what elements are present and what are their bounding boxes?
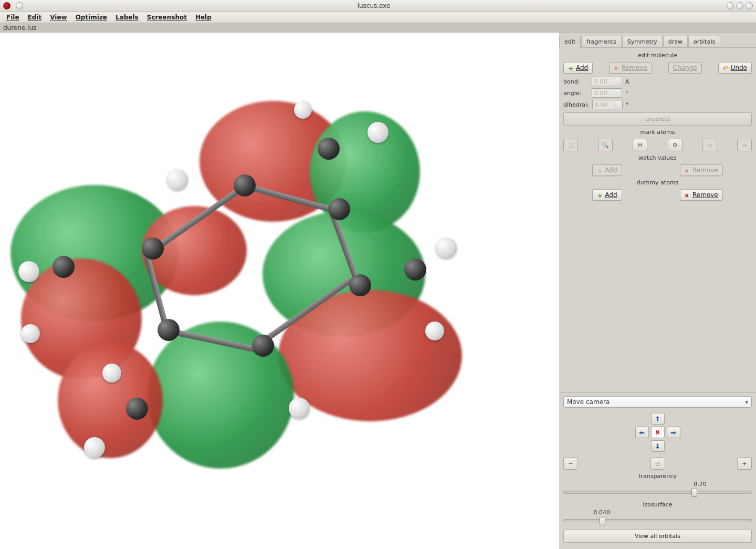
menu-optimize[interactable]: Optimize — [71, 13, 111, 22]
transparency-thumb[interactable] — [691, 489, 697, 497]
isosurface-value: 0.040 — [563, 509, 752, 516]
open-file-label[interactable]: durene.lus — [3, 24, 36, 32]
change-button: Change — [668, 62, 702, 74]
zoom-fit-button[interactable]: ⊡ — [650, 457, 665, 470]
x-icon — [614, 65, 620, 71]
mark-atoms-label: mark atoms — [563, 129, 752, 136]
menu-edit[interactable]: Edit — [24, 13, 46, 22]
isosurface-slider[interactable] — [563, 519, 752, 522]
menu-help[interactable]: Help — [191, 13, 216, 22]
viewport-3d[interactable] — [0, 33, 559, 549]
view-all-orbitals-button[interactable]: View all orbitals — [563, 530, 752, 543]
add-button[interactable]: Add — [563, 62, 593, 74]
molecule-render — [0, 33, 559, 549]
transparency-label: transparency — [563, 473, 752, 480]
dihedral-input: 0.00 — [592, 100, 623, 109]
dummy-remove-button[interactable]: Remove — [680, 189, 723, 201]
tab-symmetry[interactable]: Symmetry — [622, 36, 663, 47]
mark-h-button[interactable]: H — [633, 139, 647, 151]
close-button[interactable] — [746, 2, 753, 9]
navigation-pad: ⬆ ⬅ ✖ ➡ ⬇ — [563, 413, 752, 452]
isosurface-label: isosurface — [563, 501, 752, 508]
angle-label: angle: — [563, 90, 589, 97]
window-button[interactable] — [16, 2, 23, 9]
zoom-in-button[interactable]: + — [737, 457, 752, 470]
maximize-button[interactable] — [736, 2, 743, 9]
zoom-out-button[interactable]: − — [563, 457, 578, 470]
mark-btn-6: ↔ — [737, 139, 752, 151]
camera-mode-dropdown[interactable]: Move camera — [563, 396, 752, 408]
window-title: luscus.exe — [23, 2, 724, 9]
camera-panel: Move camera ⬆ ⬅ ✖ ➡ ⬇ − ⊡ + transparency… — [559, 392, 756, 549]
mark-btn-5: ▭ — [702, 139, 717, 151]
nav-up[interactable]: ⬆ — [651, 413, 665, 424]
angle-unit: ° — [625, 90, 628, 97]
menubar: File Edit View Optimize Labels Screensho… — [0, 12, 756, 23]
dihedral-unit: ° — [626, 101, 629, 108]
undo-button[interactable]: Undo — [718, 62, 752, 74]
menu-view[interactable]: View — [46, 13, 71, 22]
mark-btn-1: ◻ — [563, 139, 578, 151]
bond-label: bond: — [563, 78, 589, 85]
menu-file[interactable]: File — [2, 13, 24, 22]
mark-btn-2: 🔍 — [598, 139, 613, 151]
dihedral-label: dihedral: — [563, 101, 589, 108]
x-icon — [685, 167, 691, 173]
bond-input: 0.00 — [592, 77, 622, 86]
sidebar: edit fragments Symmetry draw orbitals ed… — [559, 33, 756, 549]
plus-icon — [597, 192, 603, 198]
angle-input: 0.00 — [592, 88, 622, 98]
undo-icon — [723, 65, 729, 71]
dummy-add-button[interactable]: Add — [592, 189, 622, 201]
tab-edit[interactable]: edit — [559, 36, 581, 48]
unselect-button: unselect — [563, 112, 752, 126]
tab-strip: edit fragments Symmetry draw orbitals — [559, 33, 756, 48]
plus-icon — [568, 65, 574, 71]
plus-icon — [597, 167, 603, 173]
remove-button: Remove — [609, 62, 652, 74]
menu-labels[interactable]: Labels — [111, 13, 143, 22]
nav-left[interactable]: ⬅ — [635, 427, 649, 438]
mark-camera-button[interactable]: ⚙ — [668, 139, 682, 151]
file-tab-bar: durene.lus — [0, 23, 756, 33]
transparency-slider[interactable] — [563, 491, 752, 494]
isosurface-thumb[interactable] — [600, 517, 605, 525]
minimize-button[interactable] — [727, 2, 734, 9]
bond-unit: A — [625, 78, 629, 85]
watch-values-label: watch values — [563, 154, 752, 161]
nav-center[interactable]: ✖ — [651, 427, 665, 438]
menu-screenshot[interactable]: Screenshot — [143, 13, 191, 22]
watch-add-button: Add — [592, 164, 622, 176]
panel-title: edit molecule — [563, 52, 752, 59]
nav-down[interactable]: ⬇ — [651, 440, 665, 452]
watch-remove-button: Remove — [680, 164, 723, 176]
nav-right[interactable]: ➡ — [667, 427, 680, 438]
transparency-value: 0.70 — [563, 481, 752, 488]
tab-draw[interactable]: draw — [663, 36, 688, 47]
tab-orbitals[interactable]: orbitals — [688, 36, 720, 47]
x-icon — [685, 192, 691, 198]
titlebar: luscus.exe — [0, 0, 756, 12]
dummy-atoms-label: dummy atoms — [563, 179, 752, 186]
app-icon — [3, 2, 10, 9]
edit-panel: edit molecule Add Remove Change Undo bon… — [559, 48, 756, 204]
tab-fragments[interactable]: fragments — [581, 36, 622, 47]
